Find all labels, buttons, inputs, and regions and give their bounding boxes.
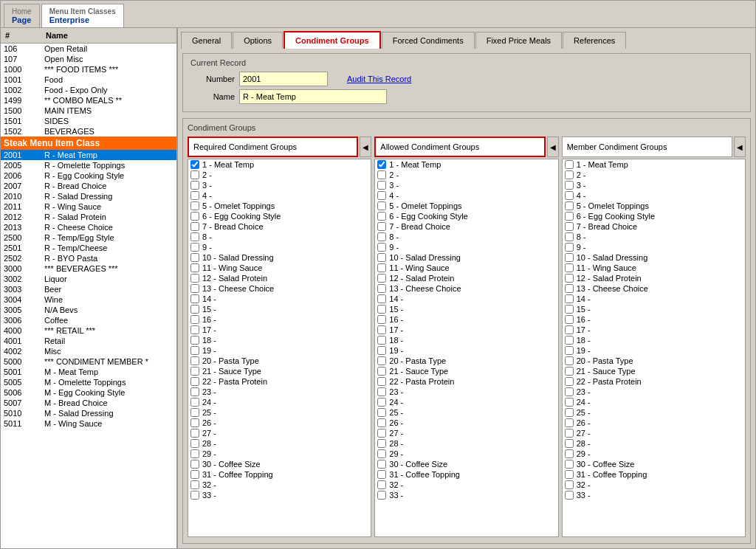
condiment-checkbox[interactable] <box>190 439 199 448</box>
condiment-checkbox[interactable] <box>565 356 574 365</box>
condiment-item[interactable]: 16 - <box>188 314 371 325</box>
list-item[interactable]: 5007M - Bread Choice <box>1 398 176 408</box>
condiment-item[interactable]: 21 - Sauce Type <box>563 366 745 376</box>
condiment-item[interactable]: 22 - Pasta Protein <box>188 376 371 387</box>
condiment-item[interactable]: 31 - Coffee Topping <box>375 469 557 480</box>
condiment-item[interactable]: 7 - Bread Choice <box>375 221 557 232</box>
condiment-checkbox[interactable] <box>190 367 199 376</box>
menu-item-classes-tab[interactable]: Menu Item Classes Enterprise <box>41 4 124 27</box>
condiment-checkbox[interactable] <box>377 346 386 355</box>
condiment-item[interactable]: 26 - <box>563 418 745 428</box>
condiment-item[interactable]: 24 - <box>375 397 557 407</box>
list-item[interactable]: 1499** COMBO MEALS ** <box>1 95 176 106</box>
condiment-item[interactable]: 2 - <box>563 170 745 180</box>
condiment-item[interactable]: 13 - Cheese Choice <box>188 283 371 294</box>
condiment-checkbox[interactable] <box>565 377 574 386</box>
condiment-item[interactable]: 30 - Coffee Size <box>188 459 371 469</box>
condiment-checkbox[interactable] <box>377 243 386 252</box>
condiment-checkbox[interactable] <box>565 439 574 448</box>
condiment-item[interactable]: 3 - <box>375 180 557 190</box>
condiment-checkbox[interactable] <box>377 367 386 376</box>
condiment-item[interactable]: 21 - Sauce Type <box>188 366 371 376</box>
condiment-item[interactable]: 25 - <box>375 407 557 418</box>
list-item[interactable]: 5000*** CONDIMENT MEMBER * <box>1 356 176 367</box>
condiment-item[interactable]: 8 - <box>188 232 371 242</box>
condiment-item[interactable]: 32 - <box>188 480 371 490</box>
list-item[interactable]: 2501R - Temp/Cheese <box>1 243 176 253</box>
condiment-checkbox[interactable] <box>377 398 386 407</box>
condiment-item[interactable]: 9 - <box>375 242 557 252</box>
condiment-checkbox[interactable] <box>565 491 574 500</box>
condiment-item[interactable]: 9 - <box>188 242 371 252</box>
list-item[interactable]: 1001Food <box>1 75 176 85</box>
condiment-item[interactable]: 24 - <box>188 397 371 407</box>
list-item[interactable]: 2005R - Omelette Toppings <box>1 160 176 170</box>
tab-general[interactable]: General <box>181 32 232 49</box>
list-item[interactable]: 1002Food - Expo Only <box>1 85 176 95</box>
condiment-checkbox[interactable] <box>565 460 574 469</box>
list-item[interactable]: 5010M - Salad Dressing <box>1 408 176 418</box>
list-item[interactable]: 2001R - Meat Temp <box>1 150 176 160</box>
list-item[interactable]: 5011M - Wing Sauce <box>1 418 176 429</box>
condiment-item[interactable]: 6 - Egg Cooking Style <box>375 211 557 221</box>
condiment-checkbox[interactable] <box>565 263 574 272</box>
condiment-item[interactable]: 23 - <box>375 387 557 397</box>
condiment-item[interactable]: 7 - Bread Choice <box>563 221 745 232</box>
condiment-item[interactable]: 20 - Pasta Type <box>375 356 557 366</box>
condiment-checkbox[interactable] <box>565 274 574 283</box>
condiment-item[interactable]: 10 - Salad Dressing <box>563 252 745 263</box>
condiment-checkbox[interactable] <box>190 398 199 407</box>
condiment-item[interactable]: 15 - <box>375 304 557 314</box>
condiment-item[interactable]: 23 - <box>563 387 745 397</box>
condiment-item[interactable]: 21 - Sauce Type <box>375 366 557 376</box>
condiment-checkbox[interactable] <box>565 191 574 200</box>
condiment-checkbox[interactable] <box>190 160 199 169</box>
condiment-item[interactable]: 7 - Bread Choice <box>188 221 371 232</box>
list-item[interactable]: 3006Coffee <box>1 315 176 325</box>
list-item[interactable]: 5005M - Omelette Toppings <box>1 377 176 387</box>
condiment-checkbox[interactable] <box>565 243 574 252</box>
condiment-checkbox[interactable] <box>190 212 199 221</box>
condiment-checkbox[interactable] <box>377 315 386 324</box>
condiment-checkbox[interactable] <box>377 491 386 500</box>
condiment-checkbox[interactable] <box>377 201 386 210</box>
condiment-item[interactable]: 26 - <box>188 418 371 428</box>
condiment-checkbox[interactable] <box>565 429 574 438</box>
condiment-checkbox[interactable] <box>190 418 199 427</box>
list-item[interactable]: 3003Beer <box>1 284 176 294</box>
condiment-item[interactable]: 4 - <box>375 190 557 201</box>
condiment-checkbox[interactable] <box>190 191 199 200</box>
condiment-checkbox[interactable] <box>377 305 386 314</box>
condiment-checkbox[interactable] <box>377 263 386 272</box>
tab-condiment-groups[interactable]: Condiment Groups <box>284 31 381 49</box>
condiment-item[interactable]: 12 - Salad Protein <box>563 273 745 283</box>
condiment-item[interactable]: 15 - <box>188 304 371 314</box>
condiment-item[interactable]: 10 - Salad Dressing <box>375 252 557 263</box>
condiment-checkbox[interactable] <box>190 315 199 324</box>
condiment-checkbox[interactable] <box>565 398 574 407</box>
condiment-item[interactable]: 14 - <box>188 294 371 304</box>
condiment-checkbox[interactable] <box>565 470 574 479</box>
condiment-checkbox[interactable] <box>565 387 574 396</box>
condiment-item[interactable]: 11 - Wing Sauce <box>188 263 371 273</box>
list-item[interactable]: 107Open Misc <box>1 54 176 64</box>
condiment-item[interactable]: 31 - Coffee Topping <box>563 469 745 480</box>
condiment-item[interactable]: 1 - Meat Temp <box>188 159 371 170</box>
condiment-item[interactable]: 11 - Wing Sauce <box>563 263 745 273</box>
condiment-checkbox[interactable] <box>190 181 199 190</box>
condiment-item[interactable]: 12 - Salad Protein <box>375 273 557 283</box>
condiment-item[interactable]: 22 - Pasta Protein <box>563 376 745 387</box>
condiment-item[interactable]: 33 - <box>188 490 371 500</box>
condiment-checkbox[interactable] <box>377 253 386 262</box>
condiment-checkbox[interactable] <box>190 253 199 262</box>
condiment-item[interactable]: 1 - Meat Temp <box>563 159 745 170</box>
condiment-item[interactable]: 13 - Cheese Choice <box>375 283 557 294</box>
condiment-item[interactable]: 30 - Coffee Size <box>375 459 557 469</box>
condiment-item[interactable]: 28 - <box>563 438 745 449</box>
condiment-item[interactable]: 5 - Omelet Toppings <box>563 201 745 211</box>
tab-forced-condiments[interactable]: Forced Condiments <box>382 32 475 49</box>
condiment-checkbox[interactable] <box>565 336 574 345</box>
list-item[interactable]: 5001M - Meat Temp <box>1 367 176 377</box>
list-item[interactable]: 2011R - Wing Sauce <box>1 201 176 212</box>
condiment-item[interactable]: 25 - <box>563 407 745 418</box>
